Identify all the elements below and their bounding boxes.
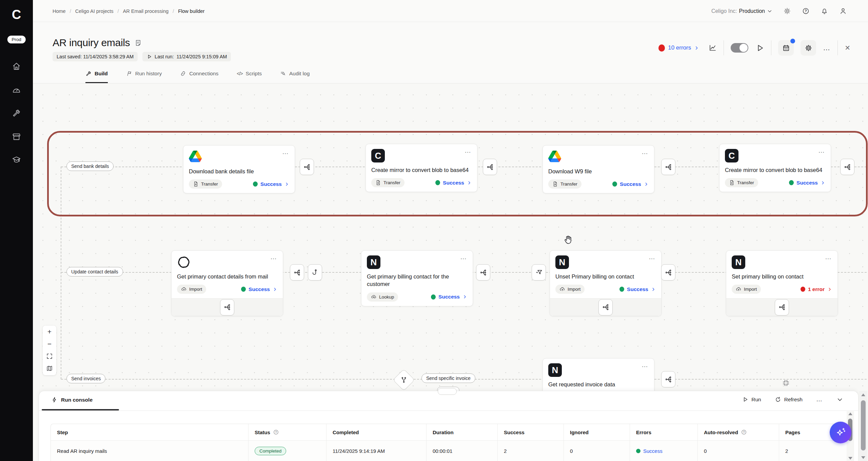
errors-link[interactable]: 10 errors <box>658 44 699 52</box>
flow-node-download-w9[interactable]: … Download W9 file Transfer Success <box>542 145 654 193</box>
audit-log-icon <box>280 71 286 77</box>
flow-node-unset-primary-billing[interactable]: N … Unset Primary billing on contact Imp… <box>550 250 662 316</box>
node-title: Create mirror to convert blob to base64 <box>725 166 825 174</box>
tab-scripts[interactable]: </> Scripts <box>237 71 262 83</box>
profile-icon[interactable] <box>839 7 847 15</box>
step-error-link[interactable]: 1 error <box>801 286 832 292</box>
flow-node-create-mirror-1[interactable]: C … Create mirror to convert blob to bas… <box>366 144 477 192</box>
help-icon[interactable] <box>802 7 810 15</box>
add-branch-icon[interactable] <box>661 264 675 281</box>
step-type-badge: Import <box>177 285 206 294</box>
flow-node-get-primary-contact[interactable]: … Get primary contact details from mail … <box>171 250 283 316</box>
more-icon[interactable]: … <box>818 149 825 152</box>
schedule-button[interactable] <box>778 40 794 56</box>
breadcrumb-integration[interactable]: AR Email processing <box>123 8 169 14</box>
scroll-up-icon[interactable] <box>848 412 852 415</box>
tab-audit-log[interactable]: Audit log <box>280 71 310 83</box>
close-icon[interactable]: ✕ <box>845 44 850 52</box>
add-branch-icon[interactable] <box>290 264 304 281</box>
add-branch-icon[interactable] <box>300 159 314 175</box>
add-branch-icon[interactable] <box>598 299 613 315</box>
google-drive-icon <box>548 150 562 164</box>
theme-icon[interactable] <box>783 7 791 15</box>
scroll-down-icon[interactable] <box>861 456 865 459</box>
add-branch-icon[interactable] <box>661 371 675 387</box>
more-icon[interactable]: … <box>642 150 649 154</box>
org-environment-selector[interactable]: Celigo Inc: Production <box>711 8 772 14</box>
last-run-pill: Last run: 11/24/2025 9:15:09 AM <box>142 52 231 61</box>
tools-icon[interactable] <box>12 109 21 118</box>
flow-node-create-mirror-2[interactable]: C … Create mirror to convert blob to bas… <box>719 144 831 192</box>
errors-success-link[interactable]: Success <box>636 448 663 454</box>
tab-build[interactable]: Build <box>85 71 108 83</box>
console-more-icon[interactable]: … <box>816 396 823 403</box>
university-icon[interactable] <box>12 155 21 165</box>
branch-label-bank[interactable]: Send bank details <box>66 161 114 171</box>
flow-node-set-primary-billing[interactable]: N … Set primary billing on contact Impor… <box>726 250 838 316</box>
more-icon[interactable]: … <box>270 255 277 259</box>
analytics-icon[interactable] <box>709 44 717 52</box>
more-icon[interactable]: … <box>460 255 467 259</box>
collapse-icon[interactable] <box>782 379 790 387</box>
collapse-console-icon[interactable] <box>836 396 843 403</box>
help-icon[interactable] <box>273 429 279 435</box>
marketplace-icon[interactable] <box>12 132 21 141</box>
more-icon[interactable]: … <box>649 255 656 259</box>
more-icon[interactable]: … <box>642 363 649 367</box>
run-flow-icon[interactable] <box>755 43 764 53</box>
flow-node-get-billing-contact[interactable]: N … Get primary billing contact for the … <box>361 250 473 306</box>
more-icon[interactable]: … <box>282 150 289 154</box>
home-icon[interactable] <box>12 62 21 71</box>
more-icon[interactable]: … <box>825 255 832 259</box>
notifications-icon[interactable] <box>821 7 828 15</box>
filter-icon[interactable] <box>532 264 546 281</box>
tab-run-console[interactable]: Run console <box>51 397 93 403</box>
lightning-icon <box>51 397 58 403</box>
scrollbar-thumb[interactable] <box>861 400 866 450</box>
cell-errors: Success <box>630 441 697 461</box>
chevron-down-icon <box>767 8 772 14</box>
step-status-link[interactable]: Success <box>241 286 277 292</box>
more-actions-icon[interactable]: … <box>823 44 831 52</box>
breadcrumb-projects[interactable]: Celigo AI projects <box>75 8 114 14</box>
scroll-down-icon[interactable] <box>848 457 852 460</box>
help-icon[interactable] <box>741 429 747 435</box>
step-status-link[interactable]: Success <box>612 181 649 187</box>
add-branch-icon[interactable] <box>775 299 789 315</box>
add-branch-icon[interactable] <box>220 299 234 315</box>
flow-node-download-bank-details[interactable]: … Download bank details file Transfer Su… <box>183 145 295 193</box>
flow-on-off-toggle[interactable] <box>731 43 748 53</box>
tab-run-history[interactable]: Run history <box>126 71 162 83</box>
table-row[interactable]: Read AR inquiry mails Completed 11/24/20… <box>51 440 850 461</box>
add-branch-icon[interactable] <box>661 159 675 175</box>
step-status-link[interactable]: Success <box>435 180 472 186</box>
edit-description-icon[interactable] <box>135 39 142 46</box>
minimap-icon[interactable] <box>46 365 53 372</box>
more-icon[interactable]: … <box>465 149 472 152</box>
branch-label-specific[interactable]: Send specific invoice <box>421 373 475 383</box>
zoom-in-icon[interactable]: + <box>47 328 52 335</box>
step-status-link[interactable]: Success <box>789 180 825 186</box>
tab-connections[interactable]: Connections <box>180 71 218 83</box>
branch-label-contact[interactable]: Update contact details <box>66 267 123 276</box>
celigo-logo[interactable]: C <box>0 7 33 22</box>
dashboard-icon[interactable] <box>12 85 21 94</box>
settings-button[interactable] <box>801 40 816 56</box>
step-status-link[interactable]: Success <box>253 181 289 187</box>
add-branch-icon[interactable] <box>483 159 497 175</box>
branch-label-invoices[interactable]: Send invoices <box>66 374 105 383</box>
step-status-link[interactable]: Success <box>619 286 656 292</box>
add-branch-icon[interactable] <box>840 159 854 175</box>
step-status-link[interactable]: Success <box>431 294 467 300</box>
fit-view-icon[interactable] <box>46 353 53 360</box>
console-drag-handle[interactable] <box>438 388 457 395</box>
ai-assistant-button[interactable] <box>830 422 851 443</box>
hook-icon[interactable] <box>308 264 322 281</box>
scroll-up-icon[interactable] <box>861 393 865 396</box>
refresh-button[interactable]: Refresh <box>775 396 803 403</box>
run-button[interactable]: Run <box>742 396 761 403</box>
breadcrumb-home[interactable]: Home <box>53 8 66 14</box>
add-branch-icon[interactable] <box>476 264 490 281</box>
page-scrollbar[interactable] <box>859 391 867 461</box>
zoom-out-icon[interactable]: − <box>47 341 52 347</box>
